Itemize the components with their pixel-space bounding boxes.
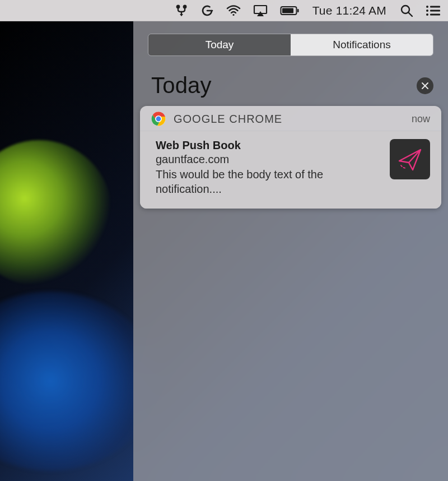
paper-plane-icon [396, 145, 424, 173]
svg-marker-2 [180, 14, 183, 16]
chrome-icon [151, 112, 166, 126]
tab-today[interactable]: Today [148, 34, 291, 55]
notification-domain: gauntface.com [156, 153, 380, 166]
segmented-control: Today Notifications [148, 34, 433, 56]
wallpaper-accent-green [0, 140, 112, 286]
section-title: Today [151, 73, 212, 98]
svg-rect-8 [282, 8, 293, 13]
notification-app-name: GOOGLE CHROME [174, 113, 412, 126]
notification-text: Web Push Book gauntface.com This would b… [156, 139, 380, 196]
notification-image [390, 139, 430, 179]
notification-center-icon[interactable] [426, 5, 440, 16]
notification-title: Web Push Book [156, 139, 380, 152]
svg-rect-16 [430, 13, 440, 15]
notification-card[interactable]: GOOGLE CHROME now Web Push Book gauntfac… [140, 106, 441, 209]
notification-timestamp: now [412, 113, 430, 125]
fork-icon[interactable] [175, 4, 188, 17]
notification-header: GOOGLE CHROME now [140, 106, 441, 131]
svg-rect-12 [430, 6, 440, 7]
tab-notifications[interactable]: Notifications [291, 34, 433, 55]
tab-today-label: Today [206, 39, 234, 51]
clear-button[interactable] [417, 77, 433, 94]
macos-menubar: Tue 11:24 AM [0, 0, 448, 21]
wifi-icon[interactable] [226, 5, 241, 16]
search-icon[interactable] [400, 4, 413, 17]
notification-center-panel: Today Notifications Today GOOGLE CHROME … [133, 21, 448, 481]
notification-body: Web Push Book gauntface.com This would b… [140, 131, 441, 209]
svg-point-13 [426, 10, 428, 12]
battery-icon[interactable] [280, 6, 299, 16]
close-icon [421, 82, 429, 90]
menubar-clock[interactable]: Tue 11:24 AM [312, 4, 386, 17]
svg-point-15 [426, 13, 428, 16]
svg-rect-14 [430, 10, 440, 11]
notification-message: This would be the body text of the notif… [156, 167, 380, 196]
airplay-icon[interactable] [253, 4, 268, 17]
section-header: Today [133, 73, 448, 106]
svg-point-11 [426, 6, 428, 8]
google-g-icon[interactable] [200, 4, 214, 17]
svg-point-3 [232, 13, 234, 15]
svg-line-10 [409, 12, 413, 16]
tab-notifications-label: Notifications [333, 39, 391, 51]
svg-rect-7 [297, 9, 299, 12]
